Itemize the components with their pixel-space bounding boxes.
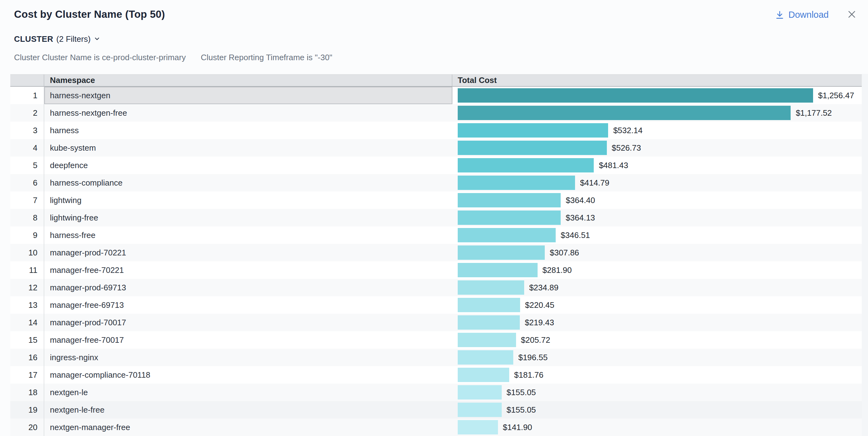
table-row[interactable]: 8lightwing-free$364.13 xyxy=(10,209,862,226)
cost-value: $346.51 xyxy=(561,230,590,240)
row-rank: 4 xyxy=(10,139,44,157)
cost-bar[interactable] xyxy=(458,350,513,365)
vertical-scrollbar[interactable] xyxy=(862,74,868,436)
row-namespace[interactable]: manager-prod-70221 xyxy=(44,244,453,261)
row-namespace[interactable]: ingress-nginx xyxy=(44,349,453,366)
cost-bar[interactable] xyxy=(458,368,509,382)
download-label: Download xyxy=(788,10,829,20)
row-namespace[interactable]: lightwing-free xyxy=(44,209,453,226)
cost-bar[interactable] xyxy=(458,123,608,137)
cost-by-cluster-panel: Cost by Cluster Name (Top 50) Download xyxy=(0,0,868,436)
table-row[interactable]: 9harness-free$346.51 xyxy=(10,226,862,244)
table-row[interactable]: 5deepfence$481.43 xyxy=(10,157,862,174)
row-cost-cell: $481.43 xyxy=(453,157,862,174)
row-cost-cell: $526.73 xyxy=(453,139,862,157)
cost-bar[interactable] xyxy=(458,158,594,173)
row-cost-cell: $532.14 xyxy=(453,122,862,139)
cost-value: $205.72 xyxy=(521,335,550,345)
row-namespace[interactable]: nextgen-le xyxy=(44,383,453,401)
row-namespace[interactable]: deepfence xyxy=(44,157,453,174)
row-rank: 2 xyxy=(10,104,44,122)
cost-table: Namespace Total Cost 1harness-nextgen$1,… xyxy=(10,74,862,436)
cost-value: $196.55 xyxy=(518,353,548,363)
row-cost-cell: $220.45 xyxy=(453,296,862,314)
row-namespace[interactable]: lightwing xyxy=(44,191,453,209)
cost-bar[interactable] xyxy=(458,333,516,347)
row-rank: 6 xyxy=(10,174,44,191)
cost-bar[interactable] xyxy=(458,403,502,417)
close-button[interactable] xyxy=(847,9,857,20)
table-row[interactable]: 1harness-nextgen$1,256.47 xyxy=(10,87,862,104)
table-row[interactable]: 12manager-prod-69713$234.89 xyxy=(10,279,862,296)
cost-bar[interactable] xyxy=(458,385,502,400)
cost-bar[interactable] xyxy=(458,420,498,434)
namespace-column-header[interactable]: Namespace xyxy=(44,74,453,86)
row-cost-cell: $234.89 xyxy=(453,279,862,296)
row-cost-cell: $219.43 xyxy=(453,314,862,331)
cost-bar[interactable] xyxy=(458,228,556,242)
row-namespace[interactable]: kube-system xyxy=(44,139,453,157)
cost-bar[interactable] xyxy=(458,193,561,208)
filter-condition: Cluster Cluster Name is ce-prod-cluster-… xyxy=(14,53,186,62)
row-namespace[interactable]: harness-nextgen-free xyxy=(44,104,453,122)
row-namespace[interactable]: harness-nextgen xyxy=(44,87,453,104)
row-namespace[interactable]: harness xyxy=(44,122,453,139)
cost-value: $155.05 xyxy=(507,405,536,415)
table-row[interactable]: 14manager-prod-70017$219.43 xyxy=(10,314,862,331)
row-namespace[interactable]: manager-prod-69713 xyxy=(44,279,453,296)
cost-bar[interactable] xyxy=(458,211,561,225)
row-cost-cell: $364.13 xyxy=(453,209,862,226)
cost-value: $364.13 xyxy=(566,213,595,223)
cost-value: $364.40 xyxy=(566,195,595,205)
table-body: 1harness-nextgen$1,256.472harness-nextge… xyxy=(10,87,862,436)
page-title: Cost by Cluster Name (Top 50) xyxy=(14,8,165,21)
row-cost-cell: $155.05 xyxy=(453,383,862,401)
row-namespace[interactable]: manager-prod-70017 xyxy=(44,314,453,331)
row-cost-cell: $196.55 xyxy=(453,349,862,366)
cost-bar[interactable] xyxy=(458,280,524,295)
table-row[interactable]: 7lightwing$364.40 xyxy=(10,191,862,209)
table-row[interactable]: 16ingress-nginx$196.55 xyxy=(10,349,862,366)
cost-bar[interactable] xyxy=(458,245,545,260)
table-row[interactable]: 20nextgen-manager-free$141.90 xyxy=(10,418,862,436)
row-namespace[interactable]: manager-free-69713 xyxy=(44,296,453,314)
table-row[interactable]: 13manager-free-69713$220.45 xyxy=(10,296,862,314)
table-row[interactable]: 3harness$532.14 xyxy=(10,122,862,139)
cost-bar[interactable] xyxy=(458,263,537,277)
cost-bar[interactable] xyxy=(458,315,520,330)
row-namespace[interactable]: nextgen-le-free xyxy=(44,401,453,418)
table-row[interactable]: 17manager-compliance-70118$181.76 xyxy=(10,366,862,383)
filter-group-toggle[interactable]: CLUSTER (2 Filters) xyxy=(14,34,100,44)
cost-value: $481.43 xyxy=(599,161,628,170)
row-namespace[interactable]: harness-compliance xyxy=(44,174,453,191)
cost-bar[interactable] xyxy=(458,298,520,312)
row-rank: 8 xyxy=(10,209,44,226)
cost-bar[interactable] xyxy=(458,176,575,190)
table-row[interactable]: 10manager-prod-70221$307.86 xyxy=(10,244,862,261)
row-rank: 3 xyxy=(10,122,44,139)
filter-condition: Cluster Reporting Timeframe is "-30" xyxy=(200,53,332,62)
cost-value: $220.45 xyxy=(525,300,554,310)
download-icon xyxy=(775,10,784,20)
total-cost-column-header[interactable]: Total Cost xyxy=(453,74,862,86)
download-button[interactable]: Download xyxy=(775,10,829,20)
cost-bar[interactable] xyxy=(458,88,813,103)
row-namespace[interactable]: manager-free-70017 xyxy=(44,331,453,349)
table-row[interactable]: 19nextgen-le-free$155.05 xyxy=(10,401,862,418)
table-row[interactable]: 15manager-free-70017$205.72 xyxy=(10,331,862,349)
row-namespace[interactable]: manager-compliance-70118 xyxy=(44,366,453,383)
table-row[interactable]: 18nextgen-le$155.05 xyxy=(10,383,862,401)
row-rank: 17 xyxy=(10,366,44,383)
cost-bar[interactable] xyxy=(458,141,607,155)
cost-bar[interactable] xyxy=(458,106,790,120)
row-rank: 14 xyxy=(10,314,44,331)
table-row[interactable]: 2harness-nextgen-free$1,177.52 xyxy=(10,104,862,122)
row-namespace[interactable]: manager-free-70221 xyxy=(44,261,453,279)
table-row[interactable]: 4kube-system$526.73 xyxy=(10,139,862,157)
row-namespace[interactable]: harness-free xyxy=(44,226,453,244)
table-row[interactable]: 11manager-free-70221$281.90 xyxy=(10,261,862,279)
chevron-down-icon xyxy=(94,35,100,43)
row-cost-cell: $155.05 xyxy=(453,401,862,418)
table-row[interactable]: 6harness-compliance$414.79 xyxy=(10,174,862,191)
row-namespace[interactable]: nextgen-manager-free xyxy=(44,418,453,436)
